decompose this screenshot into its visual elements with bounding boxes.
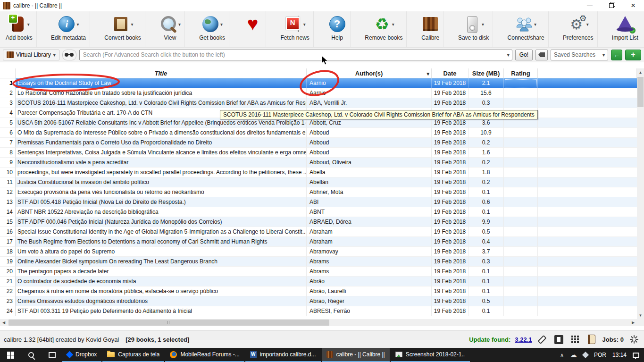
table-row[interactable]: 11 Justicia Constitucional la invasión d… [0, 177, 637, 187]
copy-search-button[interactable] [611, 50, 622, 60]
author-cell[interactable]: Aarnio [307, 88, 432, 98]
date-cell[interactable]: 19 Feb 2018 [432, 257, 468, 267]
rating-cell[interactable] [504, 217, 538, 227]
horizontal-scroll-thumb[interactable] [8, 320, 329, 326]
date-cell[interactable]: 19 Feb 2018 [432, 148, 468, 158]
rating-cell[interactable] [504, 237, 538, 247]
notification-center-icon[interactable] [633, 353, 639, 358]
rating-cell[interactable] [504, 306, 538, 316]
rating-cell[interactable] [504, 296, 538, 306]
size-cell[interactable]: 0.1 [468, 286, 504, 296]
author-cell[interactable]: Abboud [307, 148, 432, 158]
size-cell[interactable]: 0.2 [468, 158, 504, 168]
column-header-title[interactable]: Title [16, 68, 307, 78]
title-cell[interactable]: STF ADI 003.311 19 Petição pelo Deferime… [16, 306, 307, 316]
rating-cell[interactable] [504, 158, 538, 168]
rating-cell[interactable] [504, 267, 538, 277]
author-cell[interactable]: Abraham [307, 237, 432, 247]
jobs-spinner-button[interactable] [628, 333, 640, 345]
date-cell[interactable]: 19 Feb 2018 [432, 227, 468, 237]
scroll-right-icon[interactable] [629, 319, 637, 326]
size-cell[interactable]: 0.3 [468, 257, 504, 267]
toolbar-fetch-news[interactable]: Fetch news [276, 11, 313, 47]
go-button[interactable]: Go! [515, 50, 533, 60]
restore-button[interactable] [601, 0, 622, 11]
scroll-down-icon[interactable] [637, 311, 644, 319]
chevron-down-icon[interactable] [303, 21, 306, 27]
toolbar-convert-books[interactable]: Convert books [100, 11, 145, 47]
chevron-down-icon[interactable] [178, 21, 181, 27]
jobs-indicator[interactable]: Jobs: 0 [602, 336, 624, 343]
vertical-scroll-track[interactable] [637, 76, 644, 311]
vertical-scrollbar[interactable] [637, 68, 644, 319]
author-cell[interactable]: Abbott, Cruz [307, 118, 432, 128]
author-cell[interactable]: Abboud [307, 138, 432, 148]
table-row[interactable]: 18 Um voto à altura do papel do Supremo … [0, 247, 637, 257]
author-cell[interactable]: Abhner, Mota [307, 187, 432, 197]
date-cell[interactable]: 19 Feb 2018 [432, 98, 468, 108]
table-row[interactable]: 12 Execução provisória da pena viés func… [0, 187, 637, 197]
date-cell[interactable]: 19 Feb 2018 [432, 168, 468, 177]
rating-cell[interactable] [504, 148, 538, 158]
author-cell[interactable]: Abellán [307, 177, 432, 187]
title-cell[interactable]: Um voto à altura do papel do Supremo [16, 247, 307, 257]
size-cell[interactable]: 0.1 [468, 207, 504, 217]
sort-arrow-icon[interactable] [427, 68, 429, 78]
table-row[interactable]: 21 O controlador de sociedade de economi… [0, 277, 637, 286]
advanced-search-button[interactable] [62, 50, 76, 60]
size-cell[interactable]: 0.2 [468, 177, 504, 187]
table-row[interactable]: 20 The pentagon papers a decade later Ab… [0, 267, 637, 277]
title-cell[interactable]: USCA 5th 2006-51067 Reliable Consultants… [16, 118, 307, 128]
rating-cell[interactable] [504, 118, 538, 128]
date-cell[interactable]: 19 Feb 2018 [432, 267, 468, 277]
size-cell[interactable]: 0.5 [468, 296, 504, 306]
toolbar-connect-share[interactable]: Connect/share [504, 11, 549, 47]
rating-cell[interactable] [504, 177, 538, 187]
table-row[interactable]: 19 Online Alexander Bickel symposium On … [0, 257, 637, 267]
clock[interactable]: 13:14 [612, 352, 627, 358]
book-details-button[interactable] [585, 333, 598, 345]
date-cell[interactable]: 19 Feb 2018 [432, 177, 468, 187]
taskbar-app-calibre[interactable]: calibre - || Calibre || [322, 348, 390, 362]
table-row[interactable]: 3 SCOTUS 2016-111 Masterpiece Cakeshop, … [0, 98, 637, 108]
title-cell[interactable]: O Mito da Supremacia do Interesse Públic… [16, 128, 307, 138]
taskbar-app-folder[interactable]: Capturas de tela [102, 348, 164, 362]
table-row[interactable]: 23 Crimes Omissivos estudos dogmáticos i… [0, 296, 637, 306]
author-cell[interactable]: Abrams [307, 257, 432, 267]
size-cell[interactable]: 0.1 [468, 277, 504, 286]
toolbar-view[interactable]: View [156, 11, 185, 47]
toolbar-add-books[interactable]: Add books [2, 11, 37, 47]
size-cell[interactable]: 3.7 [468, 247, 504, 257]
rating-cell[interactable] [504, 247, 538, 257]
date-cell[interactable]: 19 Feb 2018 [432, 237, 468, 247]
title-cell[interactable]: Premissas Fundamentais para o Correto Us… [16, 138, 307, 148]
date-cell[interactable]: 19 Feb 2018 [432, 197, 468, 207]
author-cell[interactable]: Abramovay [307, 247, 432, 257]
size-cell[interactable]: 2.1 [468, 78, 504, 88]
title-cell[interactable]: Online Alexander Bickel symposium On rer… [16, 257, 307, 267]
title-cell[interactable]: proceedings, but were investigated separ… [16, 168, 307, 177]
toolbar-get-books[interactable]: Get books [195, 11, 229, 47]
title-cell[interactable]: STF ADPF 000.046 Petição Inicial (Nature… [16, 217, 307, 227]
save-search-button[interactable] [625, 50, 641, 60]
rating-cell[interactable] [504, 277, 538, 286]
start-button[interactable] [0, 348, 21, 362]
size-cell[interactable]: 0.1 [468, 187, 504, 197]
chevron-down-icon[interactable] [534, 21, 536, 27]
rating-cell[interactable] [504, 257, 538, 267]
date-cell[interactable]: 19 Feb 2018 [432, 158, 468, 168]
size-cell[interactable]: 10.9 [468, 128, 504, 138]
author-cell[interactable]: Abrams [307, 267, 432, 277]
size-cell[interactable]: 3.6 [468, 118, 504, 128]
author-cell[interactable]: Abraham [307, 227, 432, 237]
size-cell[interactable]: 0.4 [468, 237, 504, 247]
rating-cell[interactable] [504, 88, 538, 98]
title-cell[interactable]: O controlador de sociedade de economia m… [16, 277, 307, 286]
chevron-down-icon[interactable] [482, 21, 484, 27]
title-cell[interactable]: The Bush Regime from Elections to Detent… [16, 237, 307, 247]
size-cell[interactable]: 1.6 [468, 148, 504, 158]
rating-cell[interactable] [504, 128, 538, 138]
title-cell[interactable]: Chegamos à ruína em nome da moratória pú… [16, 286, 307, 296]
rating-cell[interactable] [504, 286, 538, 296]
table-row[interactable]: 22 Chegamos à ruína em nome da moratória… [0, 286, 637, 296]
